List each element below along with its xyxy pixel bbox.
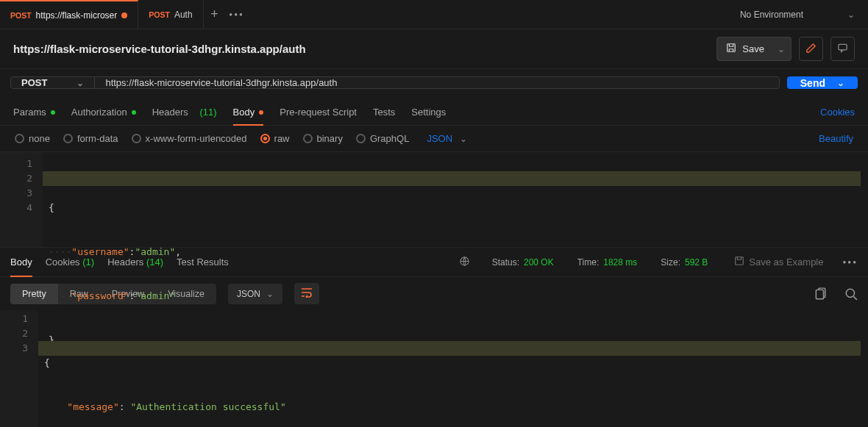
method-value: POST xyxy=(21,77,47,88)
tab-method-label: POST xyxy=(10,11,32,20)
tab-options-button[interactable]: ●●● xyxy=(226,0,248,29)
url-row: POST ⌄ Send ⌄ xyxy=(0,69,868,96)
request-body-editor[interactable]: 1 2 3 4 { ····"username":"admin", ····"p… xyxy=(0,152,868,248)
edit-button[interactable] xyxy=(799,37,823,61)
tab-prerequest[interactable]: Pre-request Script xyxy=(280,99,357,125)
tab-headers[interactable]: Headers (11) xyxy=(152,99,217,125)
line-gutter: 1 2 3 4 xyxy=(0,152,43,247)
radio-selected-icon xyxy=(260,134,270,143)
radio-icon xyxy=(15,134,24,143)
resp-tab-test-results[interactable]: Test Results xyxy=(177,248,229,276)
tab-title: https://flask-microser xyxy=(36,10,118,21)
tab-tests[interactable]: Tests xyxy=(373,99,395,125)
new-tab-button[interactable]: + xyxy=(204,0,226,29)
svg-rect-1 xyxy=(839,44,847,50)
send-label: Send xyxy=(800,77,825,89)
chevron-down-icon: ⌄ xyxy=(837,78,844,88)
green-dot-icon xyxy=(132,110,136,115)
body-language-select[interactable]: JSON⌄ xyxy=(427,133,467,144)
green-dot-icon xyxy=(51,110,55,115)
radio-xform[interactable]: x-www-form-urlencoded xyxy=(132,133,247,144)
beautify-link[interactable]: Beautify xyxy=(819,133,853,144)
code-area[interactable]: { ····"username":"admin", ····"password"… xyxy=(43,152,868,247)
tab-bar: POST https://flask-microser POST Auth + … xyxy=(0,0,868,29)
radio-graphql[interactable]: GraphQL xyxy=(356,133,409,144)
radio-binary[interactable]: binary xyxy=(303,133,343,144)
radio-icon xyxy=(356,134,366,143)
tab-authorization[interactable]: Authorization xyxy=(71,99,136,125)
request-tab-0[interactable]: POST https://flask-microser xyxy=(0,0,138,29)
radio-raw[interactable]: raw xyxy=(260,133,290,144)
response-body-editor[interactable]: 1 2 3 { "message": "Authentication succe… xyxy=(0,310,868,427)
chevron-down-icon: ⌄ xyxy=(847,10,855,20)
radio-icon xyxy=(132,134,141,143)
request-section-tabs: Params Authorization Headers (11) Body P… xyxy=(0,96,868,126)
radio-icon xyxy=(303,134,313,143)
save-label: Save xyxy=(742,43,764,54)
svg-rect-0 xyxy=(728,44,736,52)
orange-dot-icon xyxy=(259,110,263,115)
tab-settings[interactable]: Settings xyxy=(411,99,446,125)
radio-none[interactable]: none xyxy=(15,133,50,144)
request-title-bar: https://flask-microservice-tutorial-3dhg… xyxy=(0,29,868,69)
request-tab-1[interactable]: POST Auth xyxy=(138,0,203,29)
environment-select[interactable]: No Environment ⌄ xyxy=(727,0,868,29)
comments-button[interactable] xyxy=(830,37,855,61)
highlight-row xyxy=(43,171,861,186)
radio-form-data[interactable]: form-data xyxy=(63,133,118,144)
body-type-row: none form-data x-www-form-urlencoded raw… xyxy=(0,126,868,152)
resp-tab-body[interactable]: Body xyxy=(10,248,32,276)
url-input[interactable] xyxy=(95,77,778,88)
chevron-down-icon: ⌄ xyxy=(77,78,84,88)
cookies-link[interactable]: Cookies xyxy=(820,107,855,118)
tab-method-label: POST xyxy=(149,10,170,19)
tab-body[interactable]: Body xyxy=(233,99,264,125)
unsaved-dot-icon xyxy=(121,12,127,18)
chevron-down-icon: ⌄ xyxy=(778,44,785,54)
request-title: https://flask-microservice-tutorial-3dhg… xyxy=(13,43,716,55)
line-gutter: 1 2 3 xyxy=(0,310,38,427)
url-box: POST ⌄ xyxy=(10,76,780,89)
http-method-select[interactable]: POST ⌄ xyxy=(11,77,95,88)
save-button[interactable]: Save xyxy=(716,37,774,61)
comment-icon xyxy=(837,43,848,56)
save-icon xyxy=(726,43,736,55)
chevron-down-icon: ⌄ xyxy=(460,134,467,144)
pencil-icon xyxy=(805,43,817,56)
code-area[interactable]: { "message": "Authentication successful"… xyxy=(38,310,868,427)
tab-params[interactable]: Params xyxy=(13,99,55,125)
resp-tab-cookies[interactable]: Cookies (1) xyxy=(46,248,94,276)
radio-icon xyxy=(63,134,73,143)
send-button[interactable]: Send ⌄ xyxy=(787,76,858,89)
environment-label: No Environment xyxy=(740,10,803,20)
save-dropdown-button[interactable]: ⌄ xyxy=(771,37,791,61)
resp-tab-headers[interactable]: Headers (14) xyxy=(107,248,163,276)
highlight-row xyxy=(38,341,861,356)
tab-title: Auth xyxy=(174,10,193,20)
